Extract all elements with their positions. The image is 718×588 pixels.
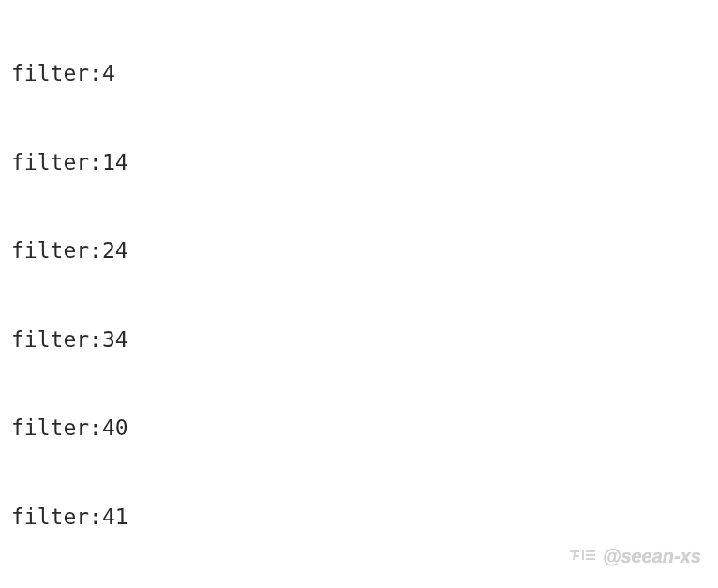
output-line: filter:24 [11,236,707,266]
output-line: filter:41 [11,503,707,533]
output-line: filter:14 [11,148,707,178]
output-line: filter:4 [11,59,707,89]
output-line: filter:34 [11,325,707,355]
console-output: filter:4 filter:14 filter:24 filter:34 f… [11,0,707,588]
output-line: filter:40 [11,414,707,444]
